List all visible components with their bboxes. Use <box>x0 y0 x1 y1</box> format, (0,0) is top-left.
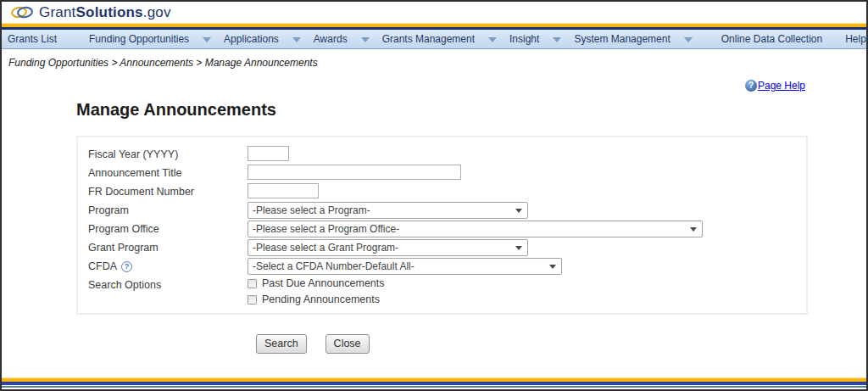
past-due-announcements-checkbox[interactable] <box>248 279 257 288</box>
nav-label: System Management <box>574 33 670 45</box>
nav-item-grants-list[interactable]: Grants List <box>8 33 57 45</box>
help-question-icon: ? <box>745 80 757 92</box>
grantsolutions-logo: GrantSolutions.gov <box>10 4 171 21</box>
site-header: GrantSolutions.gov <box>2 2 866 23</box>
cfda-select-value: -Select a CFDA Number-Default All- <box>253 260 415 272</box>
nav-item-awards[interactable]: Awards <box>314 33 370 45</box>
search-button[interactable]: Search <box>256 334 307 354</box>
nav-item-insight[interactable]: Insight <box>509 33 561 45</box>
nav-item-online-data-collection[interactable]: Online Data Collection <box>721 33 822 45</box>
fr-document-number-input[interactable] <box>248 183 319 198</box>
program-office-select-value: -Please select a Program Office- <box>253 223 399 235</box>
form-row-program: Program -Please select a Program- <box>88 202 806 221</box>
cfda-select[interactable]: -Select a CFDA Number-Default All- <box>248 258 562 275</box>
announcement-title-input[interactable] <box>248 165 461 180</box>
footer-bottom-pad <box>2 388 866 389</box>
fiscal-year-input[interactable] <box>248 146 289 161</box>
site-footer <box>2 377 866 389</box>
form-row-fiscal-year: Fiscal Year (YYYY) <box>88 146 806 165</box>
search-options-label: Search Options <box>88 276 248 291</box>
page-title: Manage Announcements <box>76 100 866 120</box>
fiscal-year-label: Fiscal Year (YYYY) <box>88 146 248 160</box>
logo-rings-icon <box>10 5 34 20</box>
form-row-announcement-title: Announcement Title <box>88 165 806 183</box>
select-arrow-icon <box>515 209 522 213</box>
program-office-select[interactable]: -Please select a Program Office- <box>248 221 703 237</box>
nav-label: Grants List <box>8 33 57 45</box>
nav-label: Applications <box>224 33 279 45</box>
page-content: Funding Opportunities > Announcements > … <box>2 49 866 377</box>
grant-program-label: Grant Program <box>88 239 248 254</box>
chevron-down-icon <box>361 37 370 42</box>
close-button[interactable]: Close <box>326 334 370 354</box>
fr-document-number-label: FR Document Number <box>88 183 248 198</box>
chevron-down-icon <box>488 37 497 42</box>
program-select-value: -Please select a Program- <box>253 204 370 216</box>
pending-option: Pending Announcements <box>248 293 385 306</box>
form-actions: Search Close <box>256 334 866 354</box>
chevron-down-icon <box>292 37 301 42</box>
nav-item-funding-opportunities[interactable]: Funding Opportunities <box>89 33 211 45</box>
select-arrow-icon <box>690 227 697 232</box>
program-select[interactable]: -Please select a Program- <box>248 202 528 219</box>
pending-announcements-label: Pending Announcements <box>262 293 380 305</box>
cfda-label: CFDA ? <box>88 258 248 272</box>
announcement-title-label: Announcement Title <box>88 165 248 179</box>
cfda-help-icon[interactable]: ? <box>121 261 132 272</box>
form-row-program-office: Program Office -Please select a Program … <box>88 221 806 239</box>
form-row-fr-document-number: FR Document Number <box>88 183 806 202</box>
select-arrow-icon <box>549 265 556 269</box>
form-row-cfda: CFDA ? -Select a CFDA Number-Default All… <box>88 258 806 276</box>
grant-program-select[interactable]: -Please select a Grant Program- <box>248 239 528 256</box>
nav-item-help-support[interactable]: Help/Support <box>845 33 868 45</box>
nav-item-grants-management[interactable]: Grants Management <box>382 33 497 45</box>
program-label: Program <box>88 202 248 216</box>
chevron-down-icon <box>203 37 211 42</box>
select-arrow-icon <box>515 246 522 250</box>
grant-program-select-value: -Please select a Grant Program- <box>253 242 398 254</box>
form-row-search-options: Search Options Past Due Announcements Pe… <box>88 276 806 306</box>
search-criteria-panel: Fiscal Year (YYYY) Announcement Title FR… <box>76 136 808 315</box>
past-due-announcements-label: Past Due Announcements <box>262 277 385 289</box>
nav-label: Online Data Collection <box>721 33 822 45</box>
nav-item-system-management[interactable]: System Management <box>574 33 692 45</box>
nav-label: Grants Management <box>382 33 475 45</box>
nav-label: Insight <box>509 33 539 45</box>
page-help-label: Page Help <box>758 80 805 92</box>
program-office-label: Program Office <box>88 221 248 235</box>
nav-label: Funding Opportunities <box>89 33 189 45</box>
nav-item-applications[interactable]: Applications <box>224 33 301 45</box>
form-row-grant-program: Grant Program -Please select a Grant Pro… <box>88 239 806 258</box>
nav-label: Awards <box>314 33 348 45</box>
main-nav: Grants List Funding Opportunities Applic… <box>2 30 866 49</box>
page-help-link[interactable]: ? Page Help <box>745 80 805 92</box>
pending-announcements-checkbox[interactable] <box>248 295 257 304</box>
chevron-down-icon <box>553 37 561 42</box>
nav-label: Help/Support <box>845 33 868 45</box>
cfda-label-text: CFDA <box>88 260 117 272</box>
browser-viewport: GrantSolutions.gov Grants List Funding O… <box>0 0 868 391</box>
logo-wordmark: GrantSolutions.gov <box>39 4 171 21</box>
past-due-option: Past Due Announcements <box>248 276 385 290</box>
chevron-down-icon <box>684 37 693 42</box>
breadcrumb: Funding Opportunities > Announcements > … <box>2 49 866 69</box>
